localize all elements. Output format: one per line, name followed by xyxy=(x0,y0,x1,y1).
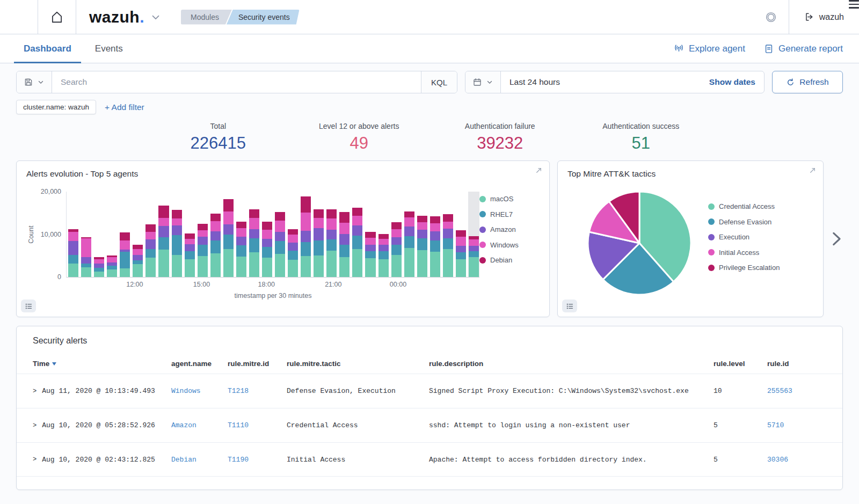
stacked-bar[interactable] xyxy=(261,192,273,277)
legend-item[interactable]: Windows xyxy=(479,241,540,249)
stacked-bar[interactable] xyxy=(132,192,143,277)
cell-rule-id[interactable]: 30306 xyxy=(767,456,826,464)
cell-rule-mitre-id[interactable]: T1218 xyxy=(228,387,287,395)
stacked-bar[interactable] xyxy=(236,192,247,277)
expand-icon[interactable] xyxy=(535,166,543,174)
legend-item[interactable]: Execution xyxy=(708,233,780,241)
legend-label: Execution xyxy=(719,233,749,241)
security-alerts-table: Time agent.name rule.mitre.id rule.mitre… xyxy=(17,353,842,477)
stacked-bar[interactable] xyxy=(184,192,195,277)
cell-rule-id[interactable]: 5710 xyxy=(767,421,826,429)
expand-row-icon[interactable]: > xyxy=(33,456,37,463)
cell-agent-name[interactable]: Windows xyxy=(171,387,228,395)
stacked-bar[interactable] xyxy=(352,192,363,277)
column-header-rule-level[interactable]: rule.level xyxy=(714,360,767,368)
next-panel-chevron-icon[interactable] xyxy=(827,230,845,248)
mitre-tactics-panel: Top Mitre ATT&K tactics Credential Acces… xyxy=(557,160,824,317)
breadcrumb-modules[interactable]: Modules xyxy=(181,10,232,25)
expand-row-icon[interactable]: > xyxy=(33,422,37,429)
stacked-bar[interactable] xyxy=(326,192,337,277)
legend-dot xyxy=(479,227,486,233)
table-row: >Aug 11, 2020 @ 10:13:49.493 Windows T12… xyxy=(17,374,842,408)
stacked-bar[interactable] xyxy=(313,192,324,277)
expand-row-icon[interactable]: > xyxy=(33,388,37,395)
stacked-bar[interactable] xyxy=(339,192,350,277)
cell-time: Aug 11, 2020 @ 10:13:49.493 xyxy=(42,387,155,395)
stacked-bar[interactable] xyxy=(430,192,441,277)
stacked-bar[interactable] xyxy=(378,192,389,277)
top-navbar: wazuh. Modules Security events wazuh xyxy=(0,0,859,34)
tab-dashboard[interactable]: Dashboard xyxy=(14,34,81,63)
stacked-bar[interactable] xyxy=(81,192,92,277)
stacked-bar[interactable] xyxy=(417,192,428,277)
cell-rule-mitre-tactic: Initial Access xyxy=(287,456,429,464)
alerts-evolution-panel: Alerts evolution - Top 5 agents Count 20… xyxy=(16,160,550,317)
legend-item[interactable]: Credential Access xyxy=(708,202,780,210)
cell-rule-mitre-id[interactable]: T1110 xyxy=(228,421,287,429)
stacked-bar[interactable] xyxy=(171,192,183,277)
tab-events[interactable]: Events xyxy=(85,34,133,63)
stacked-bar[interactable] xyxy=(223,192,234,277)
cell-rule-mitre-tactic: Defense Evasion, Execution xyxy=(287,387,429,395)
bar-chart-plot: Count 20,000 10,000 0 timestamp per 30 m… xyxy=(66,192,479,277)
breadcrumb-security-events: Security events xyxy=(227,10,300,25)
column-header-rule-mitre-id[interactable]: rule.mitre.id xyxy=(228,360,287,368)
stacked-bar[interactable] xyxy=(404,192,415,277)
legend-toggle-icon[interactable] xyxy=(562,300,577,312)
legend-item[interactable]: Defense Evasion xyxy=(708,218,780,226)
column-header-rule-description[interactable]: rule.description xyxy=(429,360,714,368)
legend-item[interactable]: Amazon xyxy=(479,225,540,233)
cell-rule-id[interactable]: 255563 xyxy=(767,387,826,395)
column-header-agent-name[interactable]: agent.name xyxy=(171,360,228,368)
legend-item[interactable]: Debian xyxy=(479,256,540,264)
legend-label: macOS xyxy=(490,195,513,203)
legend-label: Credential Access xyxy=(719,202,775,210)
panels-row: Alerts evolution - Top 5 agents Count 20… xyxy=(16,160,843,317)
stacked-bar[interactable] xyxy=(442,192,454,277)
legend-toggle-icon[interactable] xyxy=(21,300,36,312)
stacked-bar[interactable] xyxy=(391,192,402,277)
stacked-bar[interactable] xyxy=(365,192,376,277)
stacked-bar[interactable] xyxy=(93,192,105,277)
legend-label: RHEL7 xyxy=(490,210,513,218)
cell-rule-mitre-id[interactable]: T1190 xyxy=(228,456,287,464)
x-tick: 00:00 xyxy=(390,281,406,288)
x-tick: 21:00 xyxy=(325,281,341,288)
legend-item[interactable]: macOS xyxy=(479,195,540,203)
menu-icon[interactable] xyxy=(0,0,38,34)
stacked-bar[interactable] xyxy=(455,192,467,277)
table-row: >Aug 10, 2020 @ 02:43:12.825 Debian T119… xyxy=(17,442,842,477)
legend-label: Defense Evasion xyxy=(719,218,771,226)
stacked-bar[interactable] xyxy=(68,192,79,277)
bar-plot xyxy=(67,192,479,277)
cell-agent-name[interactable]: Debian xyxy=(171,456,228,464)
expand-icon[interactable] xyxy=(809,166,817,174)
column-header-rule-id[interactable]: rule.id xyxy=(767,360,826,368)
stacked-bar[interactable] xyxy=(119,192,130,277)
stacked-bar[interactable] xyxy=(274,192,286,277)
pie-chart[interactable] xyxy=(584,187,695,299)
stacked-bar[interactable] xyxy=(145,192,156,277)
legend-item[interactable]: RHEL7 xyxy=(479,210,540,218)
stacked-bar[interactable] xyxy=(210,192,221,277)
x-tick: 15:00 xyxy=(193,281,210,288)
stacked-bar[interactable] xyxy=(287,192,299,277)
stacked-bar[interactable] xyxy=(300,192,311,277)
legend-item[interactable]: Privilege Escalation xyxy=(708,264,780,272)
stacked-bar[interactable] xyxy=(249,192,260,277)
stacked-bar[interactable] xyxy=(197,192,208,277)
legend-dot xyxy=(708,218,715,225)
pie-chart-legend: Credential AccessDefense EvasionExecutio… xyxy=(708,180,780,299)
stacked-bar[interactable] xyxy=(468,192,479,277)
cell-rule-level: 5 xyxy=(714,421,767,429)
cell-agent-name[interactable]: Amazon xyxy=(171,421,228,429)
table-header-row: Time agent.name rule.mitre.id rule.mitre… xyxy=(17,353,842,374)
cell-rule-description: Signed Script Proxy Execution: C:\Window… xyxy=(429,387,714,395)
stacked-bar[interactable] xyxy=(158,192,169,277)
y-axis-title: Count xyxy=(27,225,35,243)
legend-item[interactable]: Initial Access xyxy=(708,249,780,257)
column-header-time[interactable]: Time xyxy=(33,360,171,368)
legend-dot xyxy=(708,265,715,271)
column-header-rule-mitre-tactic[interactable]: rule.mitre.tactic xyxy=(287,360,429,368)
stacked-bar[interactable] xyxy=(106,192,118,277)
